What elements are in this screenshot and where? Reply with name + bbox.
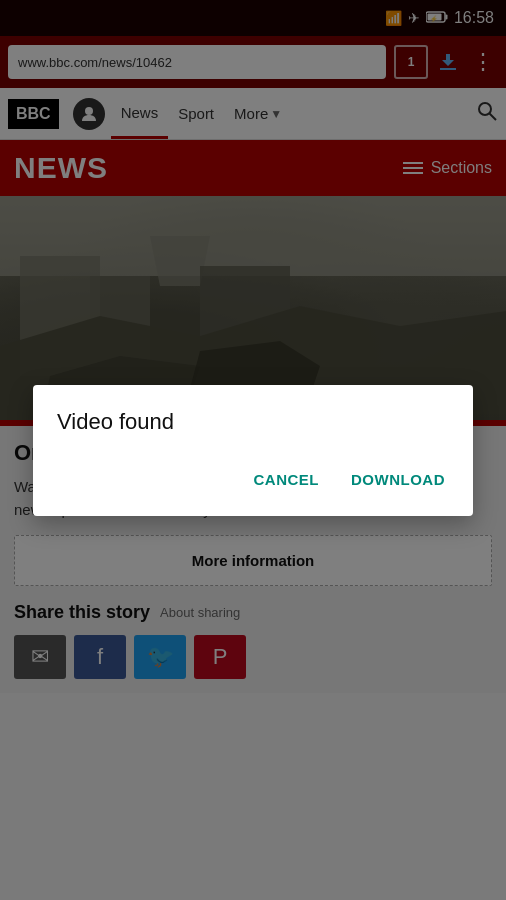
video-found-dialog: Video found CANCEL DOWNLOAD: [33, 385, 473, 516]
dialog-overlay: Video found CANCEL DOWNLOAD: [0, 0, 506, 900]
dialog-title: Video found: [57, 409, 449, 435]
cancel-button[interactable]: CANCEL: [250, 463, 324, 496]
dialog-buttons: CANCEL DOWNLOAD: [57, 463, 449, 504]
download-button[interactable]: DOWNLOAD: [347, 463, 449, 496]
